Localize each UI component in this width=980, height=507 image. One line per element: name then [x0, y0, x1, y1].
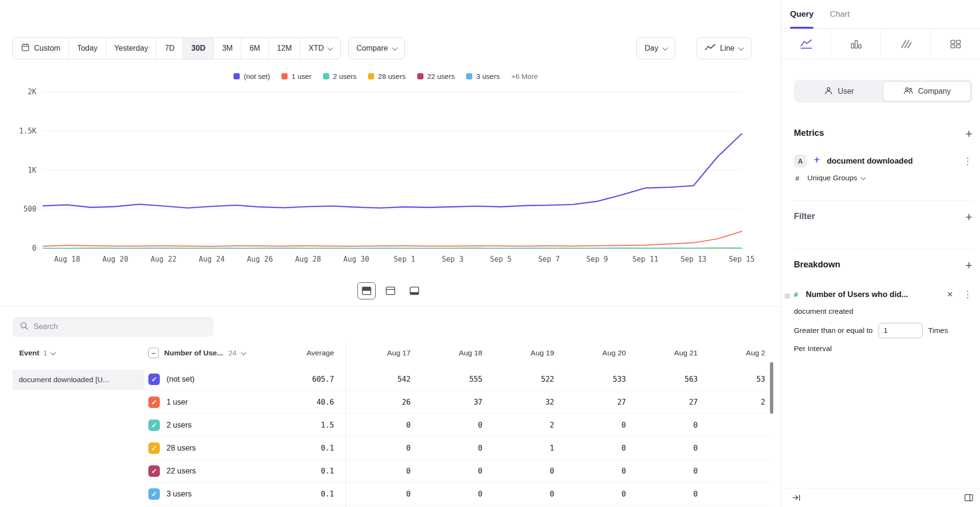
select-all-checkbox[interactable] [148, 348, 159, 358]
legend-item[interactable]: 3 users [466, 72, 500, 80]
range-custom[interactable]: Custom [13, 38, 69, 59]
compare-label: Compare [356, 44, 388, 53]
table-row: 1 user40.6263732272728 [148, 391, 768, 414]
legend-more[interactable]: +6 More [511, 72, 537, 80]
date-column-header[interactable]: Aug 19 [489, 342, 561, 364]
line-chart-area: 05001K1.5K2KAug 18Aug 20Aug 22Aug 24Aug … [12, 84, 759, 266]
breakdown-menu-icon[interactable] [963, 290, 972, 299]
tab-chart[interactable]: Chart [830, 0, 850, 29]
segment-cell: 2 users [148, 419, 258, 431]
value-cell: 0 [704, 490, 765, 498]
breakdown-title: Breakdown [794, 260, 840, 270]
value-cell: 37 [417, 398, 489, 407]
per-interval-label[interactable]: Per Interval [794, 344, 972, 353]
value-cell: 0 [704, 421, 765, 430]
split-view-toggle[interactable] [357, 282, 376, 299]
side-panel-icon[interactable] [964, 494, 973, 502]
range-12m[interactable]: 12M [269, 38, 301, 59]
range-3m[interactable]: 3M [214, 38, 241, 59]
level-user[interactable]: User [795, 81, 883, 101]
date-column-header[interactable]: Aug 18 [417, 342, 489, 364]
segment-count: 24 [228, 349, 236, 357]
legend-item[interactable]: (not set) [234, 72, 270, 80]
chart-type-grid[interactable] [931, 29, 980, 59]
table-only-toggle[interactable] [405, 282, 423, 299]
legend-item[interactable]: 28 users [368, 72, 406, 80]
average-column-header[interactable]: Average [258, 342, 341, 364]
chart-type-button[interactable]: Line [697, 37, 751, 59]
average-value: 0.1 [258, 444, 341, 452]
chart-only-toggle[interactable] [381, 282, 400, 299]
value-cell: 0 [633, 467, 704, 475]
measure-selector[interactable]: # Unique Groups [794, 174, 972, 182]
legend-item[interactable]: 1 user [281, 72, 312, 80]
event-list-item[interactable]: document downloaded [U... [12, 370, 145, 390]
event-column-header[interactable]: Event 1 [19, 342, 55, 364]
segment-column-header[interactable]: Number of Use... 24 [148, 342, 245, 364]
breakdown-card: # Number of Users who did... document cr… [794, 290, 972, 353]
add-breakdown-button[interactable] [965, 260, 972, 270]
range-today[interactable]: Today [69, 38, 106, 59]
date-column-header[interactable]: Aug 21 [633, 342, 704, 364]
value-cell: 32 [489, 398, 561, 407]
row-checkbox[interactable] [148, 442, 160, 454]
granularity-button[interactable]: Day [636, 37, 675, 59]
panel-footer [781, 488, 980, 507]
add-metric-button[interactable] [965, 129, 972, 138]
value-cell: 0 [633, 421, 704, 430]
measure-label: Unique Groups [807, 174, 857, 182]
calendar-icon [21, 43, 30, 54]
tab-query[interactable]: Query [790, 0, 813, 29]
drag-handle-icon[interactable] [784, 292, 790, 301]
segment-label: (not set) [167, 375, 195, 384]
value-cell: 0 [561, 467, 633, 475]
compare-button[interactable]: Compare [348, 37, 405, 59]
value-cell: 0 [345, 490, 417, 498]
legend-item[interactable]: 2 users [323, 72, 356, 80]
value-cell: 1 [489, 444, 561, 452]
date-column-header[interactable]: Aug 20 [561, 342, 633, 364]
search-input[interactable] [33, 322, 207, 331]
row-checkbox[interactable] [148, 465, 160, 477]
svg-text:1.5K: 1.5K [19, 127, 36, 135]
table-row: 28 users0.1001000 [148, 437, 768, 460]
level-toggle: User Company [794, 80, 972, 103]
collapse-panel-icon[interactable] [792, 494, 801, 502]
legend-item[interactable]: 22 users [417, 72, 455, 80]
row-values: 263732272728 [345, 398, 765, 407]
chevron-down-icon [738, 45, 744, 50]
row-checkbox[interactable] [148, 419, 160, 431]
svg-text:Sep 11: Sep 11 [633, 255, 658, 264]
svg-text:Aug 22: Aug 22 [151, 255, 177, 264]
range-xtd[interactable]: XTD [301, 38, 340, 59]
condition-label: Greater than or equal to [794, 326, 873, 335]
chart-type-flow[interactable] [881, 29, 931, 59]
value-cell: 0 [561, 444, 633, 452]
value-cell: 0 [345, 444, 417, 452]
chart-type-line[interactable] [781, 29, 831, 59]
metric-menu-icon[interactable] [963, 156, 972, 165]
level-company[interactable]: Company [883, 81, 971, 101]
range-7d[interactable]: 7D [156, 38, 183, 59]
chart-type-bar[interactable] [831, 29, 881, 59]
date-column-header[interactable]: Aug 17 [345, 342, 417, 364]
svg-text:Aug 24: Aug 24 [199, 255, 224, 264]
row-checkbox[interactable] [148, 397, 160, 408]
range-6m[interactable]: 6M [241, 38, 268, 59]
remove-breakdown-icon[interactable] [947, 290, 953, 299]
segment-label: 22 users [167, 467, 196, 475]
add-filter-button[interactable] [965, 212, 972, 221]
row-checkbox[interactable] [148, 374, 160, 385]
metric-row[interactable]: A document downloaded [794, 154, 972, 167]
range-30d[interactable]: 30D [183, 38, 214, 59]
value-cell: 555 [417, 375, 489, 384]
value-cell: 0 [345, 421, 417, 430]
date-column-header[interactable]: Aug 22 [704, 342, 765, 364]
chevron-down-icon [392, 45, 397, 50]
table-scrollbar-thumb[interactable] [770, 362, 773, 414]
row-checkbox[interactable] [148, 488, 160, 500]
times-value-input[interactable] [879, 323, 923, 338]
range-yesterday[interactable]: Yesterday [106, 38, 157, 59]
chevron-down-icon [861, 175, 866, 180]
average-value: 0.1 [258, 490, 341, 498]
